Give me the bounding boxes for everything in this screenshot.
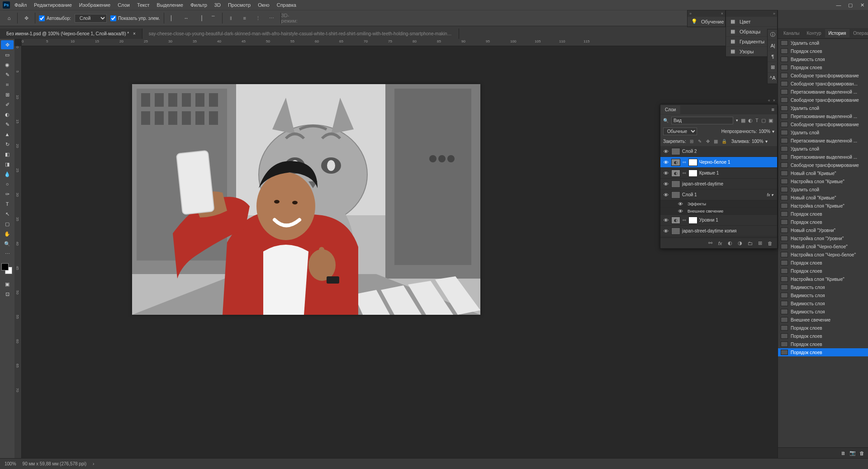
menu-изображение[interactable]: Изображение [76,1,114,9]
filter-adjust-icon[interactable]: ◐ [748,116,753,124]
layer-row[interactable]: 👁japan-street-daytime [660,179,777,189]
frame-tool[interactable]: ⊞ [1,90,14,99]
history-item[interactable]: Видимость слоя [778,299,868,308]
healing-tool[interactable]: ◐ [1,110,14,119]
screen-mode-tool[interactable]: ⊡ [1,289,14,298]
history-item[interactable]: Порядок слоев [778,332,868,340]
filter-type-icon[interactable]: T [755,116,759,124]
menu-файл[interactable]: Файл [11,1,30,9]
trash-icon[interactable]: 🗑 [859,450,864,456]
history-item[interactable]: Свободное трансформирование [778,96,868,104]
layer-list[interactable]: 👁Слой 2👁◐⚯Черно-белое 1👁◐⚯Кривые 1👁japan… [660,146,777,237]
menu-фильтр[interactable]: Фильтр [187,1,211,9]
path-tool[interactable]: ↖ [1,209,14,218]
close-dock-icon[interactable]: × [721,11,723,16]
align-right-icon[interactable]: ▕ [195,13,205,23]
align-center-h-icon[interactable]: ↔ [181,13,191,23]
history-item[interactable]: Порядок слоев [778,348,868,356]
blur-tool[interactable]: 💧 [1,170,14,179]
tab-actions[interactable]: Операц [849,29,868,38]
mask-thumb[interactable] [688,170,697,177]
collapse-panel-icon[interactable]: « [767,98,771,103]
gradient-tool[interactable]: ◨ [1,160,14,169]
new-snapshot-icon[interactable]: 🗎 [841,450,846,456]
layers-panel[interactable]: «× Слои≡ 🔍 ▾ ▦ ◐ T ▢ ▣ Обычные Непрозрач… [660,104,778,249]
edit-toolbar[interactable]: ⋯ [1,249,14,258]
history-item[interactable]: Порядок слоев [778,340,868,348]
history-item[interactable]: Порядок слоев [778,210,868,218]
lock-artboard-icon[interactable]: ▦ [712,137,720,145]
color-swatches[interactable] [1,263,13,275]
minimize-button[interactable]: — [833,0,844,10]
layers-tab[interactable]: Слои [660,105,680,114]
history-item[interactable]: Перетаскивание выделенной ... [778,137,868,145]
brush-tool[interactable]: ✎ [1,120,14,129]
adjustment-icon[interactable]: ◑ [736,240,744,247]
history-item[interactable]: Новый слой "Кривые" [778,194,868,202]
menu-слои[interactable]: Слои [114,1,133,9]
layer-thumb[interactable] [671,227,680,235]
move-tool-icon[interactable]: ✥ [21,13,31,23]
panel-menu-icon[interactable]: ≡ [769,107,777,112]
history-item[interactable]: Настройка слоя "Кривые" [778,202,868,210]
fx-icon[interactable]: fx [716,240,724,247]
marquee-tool[interactable]: ▭ [1,50,14,59]
tab-history[interactable]: История [825,29,850,38]
history-item[interactable]: Удалить слой [778,39,868,47]
history-item[interactable]: Порядок слоев [778,218,868,226]
visibility-icon[interactable]: 👁 [662,227,669,235]
history-item[interactable]: Удалить слой [778,185,868,194]
history-item[interactable]: Свободное трансформирование [778,71,868,80]
document-tab-active[interactable]: Без имени-1.psd @ 100% (Черно-белое 1, С… [0,28,142,39]
camera-icon[interactable]: 📷 [849,450,856,456]
eraser-tool[interactable]: ◧ [1,150,14,159]
layer-row[interactable]: 👁Слой 2 [660,146,777,157]
layer-row[interactable]: 👁Слой 1fx ▾ [660,189,777,200]
link-layers-icon[interactable]: ⚯ [707,240,714,247]
paragraph-panel-icon[interactable]: ¶ [768,51,778,62]
auto-select-checkbox[interactable]: Автовыбор: [39,15,71,21]
history-item[interactable]: Свободное трансформирование [778,120,868,128]
character-panel-icon[interactable]: A| [768,40,778,51]
visibility-icon[interactable]: 👁 [662,148,669,155]
quick-select-tool[interactable]: ✎ [1,70,14,79]
history-item[interactable]: Видимость слоя [778,308,868,316]
visibility-icon[interactable]: 👁 [677,208,684,215]
status-arrow-icon[interactable]: › [93,461,94,466]
history-item[interactable]: Новый слой "Черно-белое" [778,242,868,251]
zoom-level[interactable]: 100% [5,461,16,466]
crop-tool[interactable]: ⌗ [1,80,14,89]
history-item[interactable]: Удалить слой [778,128,868,137]
menu-окно[interactable]: Окно [254,1,273,9]
history-item[interactable]: Видимость слоя [778,55,868,63]
more-icon[interactable]: ⋯ [267,13,277,23]
quick-mask-tool[interactable]: ▣ [1,280,14,289]
type-tool[interactable]: T [1,199,14,208]
eyedropper-tool[interactable]: ✐ [1,100,14,109]
history-item[interactable]: Порядок слоев [778,47,868,55]
history-item[interactable]: Видимость слоя [778,283,868,291]
filter-pixel-icon[interactable]: ▦ [741,116,745,124]
zoom-tool[interactable]: 🔍 [1,239,14,248]
new-layer-icon[interactable]: ⊞ [756,240,764,247]
auto-select-target[interactable]: Слой [75,14,107,23]
info-panel-icon[interactable]: ⓘ [768,29,778,40]
close-button[interactable]: ✕ [856,0,868,10]
history-item[interactable]: Новый слой "Уровни" [778,226,868,234]
menu-справка[interactable]: Справка [273,1,300,9]
history-item[interactable]: Настройка слоя "Кривые" [778,275,868,283]
fill-value[interactable]: 100% [752,139,764,144]
mask-thumb[interactable] [688,217,697,224]
collapse-icon[interactable]: » [689,11,692,16]
history-item[interactable]: Порядок слоев [778,324,868,332]
styles-panel-icon[interactable]: ᴬA [768,73,778,84]
history-item[interactable]: Настройка слоя "Черно-белое" [778,251,868,259]
align-left-icon[interactable]: ▏ [168,13,178,23]
history-item[interactable]: Внешнее свечение [778,316,868,324]
history-item[interactable]: Настройка слоя "Уровни" [778,234,868,242]
delete-layer-icon[interactable]: 🗑 [766,240,773,247]
visibility-icon[interactable]: 👁 [662,217,669,224]
distribute-v-icon[interactable]: ≡ [240,13,250,23]
menu-выделение[interactable]: Выделение [153,1,187,9]
history-item[interactable]: Перетаскивание выделенной ... [778,153,868,161]
